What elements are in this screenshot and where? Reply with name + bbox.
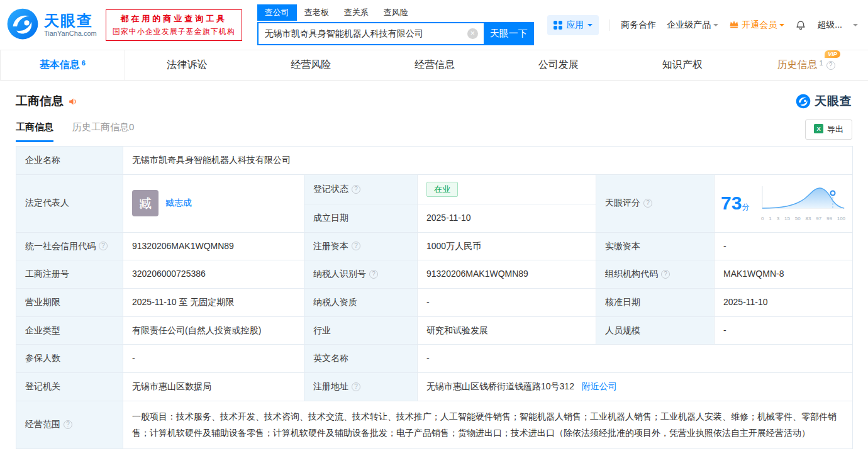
value-industry: 研究和试验发展	[418, 316, 596, 345]
tab-legal-proceedings-label: 法律诉讼	[167, 58, 207, 72]
table-row: 企业名称 无锡市凯奇具身智能机器人科技有限公司	[16, 147, 853, 175]
tab-company-development[interactable]: 公司发展	[496, 50, 620, 80]
help-icon[interactable]	[99, 242, 108, 250]
nav-open-vip-label: 开通会员	[742, 19, 777, 31]
label-company-type: 企业类型	[16, 316, 123, 345]
label-registration-number: 工商注册号	[16, 260, 123, 289]
label-company-name: 企业名称	[16, 147, 123, 175]
tab-basic-info-label: 基本信息	[40, 58, 80, 72]
nav-super[interactable]: 超级...	[817, 19, 842, 31]
tab-business-info[interactable]: 经营信息	[373, 50, 497, 80]
label-business-scope: 经营范围	[16, 401, 123, 448]
tab-history-info-count: 1	[820, 59, 823, 67]
label-taxpayer-id: 纳税人识别号	[304, 260, 418, 289]
tab-basic-info-count: 6	[82, 59, 86, 67]
subtab-business-registration[interactable]: 工商信息	[16, 121, 53, 142]
notification-bell-icon[interactable]	[795, 19, 806, 31]
nav-open-vip[interactable]: 开通会员	[729, 19, 784, 31]
top-bar: 天眼查 TianYanCha.com 都在用的商业查询工具 国家中小企业发展子基…	[0, 0, 868, 50]
score-distribution-chart: 0131550839799100	[760, 184, 846, 223]
promo-line1: 都在用的商业查询工具	[113, 13, 235, 25]
tab-operational-risk[interactable]: 经营风险	[249, 50, 373, 80]
help-icon[interactable]	[369, 270, 378, 279]
promo-line2: 国家中小企业发展子基金旗下机构	[113, 26, 235, 37]
chevron-down-icon	[779, 24, 784, 29]
sub-tab-bar: 工商信息 历史工商信息0 X 导出	[0, 109, 868, 143]
brand-watermark: 天眼查	[796, 93, 852, 109]
tab-history-info-label: 历史信息	[777, 58, 818, 72]
label-staff-size: 人员规模	[596, 316, 715, 345]
nav-cooperation[interactable]: 商务合作	[621, 19, 656, 31]
nav-enterprise[interactable]: 企业级产品	[667, 19, 718, 31]
export-button-label: 导出	[827, 124, 843, 135]
brand-watermark-text: 天眼查	[815, 93, 852, 109]
search-tab-company[interactable]: 查公司	[257, 4, 297, 21]
label-legal-representative: 法定代表人	[16, 174, 123, 232]
tab-basic-info[interactable]: 基本信息 6	[0, 50, 125, 80]
help-icon[interactable]	[352, 382, 360, 391]
nearby-companies-link[interactable]: 附近公司	[582, 381, 617, 391]
help-icon[interactable]	[352, 242, 360, 250]
help-icon[interactable]	[661, 270, 670, 279]
value-approval-date: 2025-11-10	[715, 288, 853, 316]
chevron-down-icon[interactable]	[853, 24, 858, 29]
promo-banner: 都在用的商业查询工具 国家中小企业发展子基金旗下机构	[106, 9, 242, 41]
section-title: 工商信息	[16, 93, 64, 109]
search-input[interactable]	[257, 22, 484, 45]
section-header: 工商信息 天眼查	[0, 81, 868, 109]
value-insured-count: -	[123, 345, 304, 373]
label-credit-code: 统一社会信用代码	[16, 232, 123, 260]
search-tab-relation[interactable]: 查关系	[337, 4, 376, 21]
value-company-type: 有限责任公司(自然人投资或控股)	[123, 316, 304, 345]
tab-business-info-label: 经营信息	[415, 58, 455, 72]
apps-grid-icon	[554, 21, 562, 30]
chevron-down-icon	[713, 24, 718, 29]
table-row: 登记机关 无锡市惠山区数据局 注册地址 无锡市惠山区钱桥街道钱蕴路10号312 …	[16, 373, 853, 401]
tianyancha-logo[interactable]: 天眼查 TianYanCha.com	[6, 8, 97, 42]
label-establish-date: 成立日期	[304, 204, 418, 232]
tab-legal-proceedings[interactable]: 法律诉讼	[125, 50, 249, 80]
search-button[interactable]: 天眼一下	[484, 22, 534, 45]
label-industry: 行业	[304, 316, 418, 345]
value-company-name: 无锡市凯奇具身智能机器人科技有限公司	[123, 147, 853, 175]
label-tianyan-score: 天眼评分	[596, 174, 715, 232]
tab-intellectual-property-label: 知识产权	[662, 58, 703, 72]
tianyancha-logo-icon	[796, 94, 811, 109]
legal-representative-link[interactable]: 臧志成	[165, 196, 192, 210]
crown-icon	[729, 20, 739, 30]
label-registration-authority: 登记机关	[16, 373, 123, 401]
nav-divider	[609, 19, 610, 31]
subtab-history-registration[interactable]: 历史工商信息0	[72, 121, 134, 142]
header-nav: 应用 商务合作 企业级产品 开通会员 超级...	[547, 15, 858, 35]
tab-intellectual-property[interactable]: 知识产权	[620, 50, 744, 80]
value-taxpayer-qualification: -	[418, 288, 596, 316]
value-registration-status: 在业	[418, 174, 596, 204]
value-legal-representative: 臧 臧志成	[123, 174, 304, 232]
svg-text:X: X	[816, 126, 821, 132]
value-taxpayer-id: 91320206MAK1WQMN89	[418, 260, 596, 289]
clear-search-icon[interactable]: ×	[467, 28, 478, 39]
value-tianyan-score: 73分	[715, 174, 853, 232]
search-tab-boss[interactable]: 查老板	[297, 4, 337, 21]
value-registration-number: 320206000725386	[123, 260, 304, 289]
table-row: 工商注册号 320206000725386 纳税人识别号 91320206MAK…	[16, 260, 853, 289]
label-business-term: 营业期限	[16, 288, 123, 316]
search-tab-bar: 查公司 查老板 查关系 查风险	[257, 4, 534, 21]
value-credit-code: 91320206MAK1WQMN89	[123, 232, 304, 260]
value-business-scope: 一般项目：技术服务、技术开发、技术咨询、技术交流、技术转让、技术推广；人工智能硬…	[123, 401, 853, 448]
search-tab-risk[interactable]: 查风险	[376, 4, 416, 21]
label-registration-status: 登记状态	[304, 174, 418, 204]
company-tab-bar: 基本信息 6 法律诉讼 经营风险 经营信息 公司发展 知识产权 历史信息 1 V…	[0, 50, 868, 81]
help-icon[interactable]	[64, 420, 72, 429]
export-button[interactable]: X 导出	[805, 120, 852, 140]
announcement-speaker-icon[interactable]	[68, 96, 79, 107]
nav-apps[interactable]: 应用	[547, 15, 599, 35]
label-insured-count: 参保人数	[16, 345, 123, 373]
avatar[interactable]: 臧	[132, 190, 159, 216]
tab-history-info[interactable]: 历史信息 1 VIP	[744, 50, 868, 80]
help-icon[interactable]	[826, 61, 835, 70]
help-icon[interactable]	[643, 199, 652, 208]
nav-enterprise-label: 企业级产品	[667, 19, 711, 31]
label-registered-capital: 注册资本	[304, 232, 418, 260]
help-icon[interactable]	[352, 185, 360, 194]
